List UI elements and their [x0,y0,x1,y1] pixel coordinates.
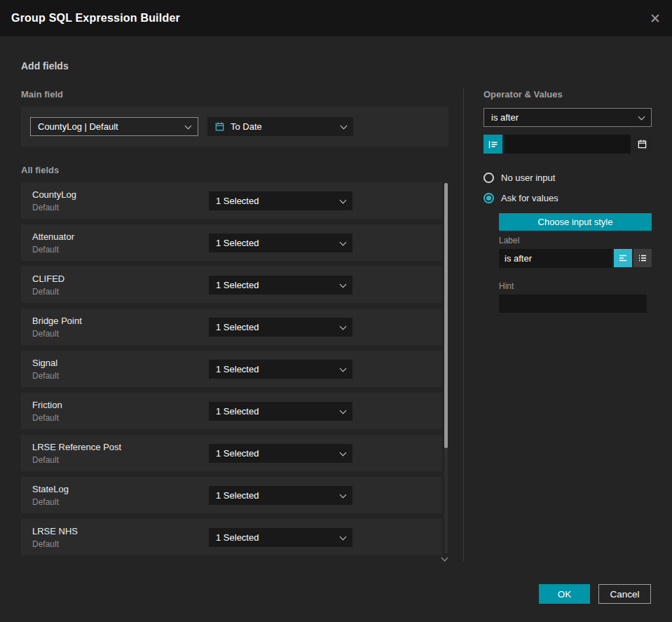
date-field-select[interactable]: To Date [207,117,353,136]
calendar-icon [637,139,647,149]
field-selection-dropdown[interactable]: 1 Selected [209,276,352,295]
chevron-down-icon [340,196,347,203]
chevron-down-icon [340,323,347,330]
cancel-button[interactable]: Cancel [598,584,651,604]
operator-select[interactable]: is after [484,108,652,127]
field-row: Signal Default 1 Selected [21,351,442,387]
field-selection-value: 1 Selected [216,322,259,332]
input-style-icon-button[interactable] [484,135,502,154]
main-field-select[interactable]: CountyLog | Default [30,117,198,136]
field-selection-dropdown[interactable]: 1 Selected [209,528,352,547]
field-name: LRSE NHS [32,526,78,536]
chevron-down-icon [340,280,347,288]
radio-selected-icon [484,193,494,203]
field-subtitle: Default [32,539,59,549]
main-field-select-value: CountyLog | Default [38,121,118,132]
chevron-down-icon [340,491,347,498]
chevron-down-icon [185,122,192,129]
field-selection-dropdown[interactable]: 1 Selected [209,234,352,252]
chevron-down-icon [340,449,347,456]
align-left-icon [618,253,628,263]
field-row: LRSE Reference Post Default 1 Selected [21,435,442,471]
chevron-down-icon [340,365,347,372]
field-selection-dropdown[interactable]: 1 Selected [209,486,352,505]
chevron-down-icon [638,113,645,120]
group-sql-expression-builder-dialog: Group SQL Expression Builder ✕ Add field… [0,0,672,622]
radio-unselected-icon [484,173,494,183]
input-style-icon [488,139,499,150]
field-selection-value: 1 Selected [216,490,259,501]
value-row [484,135,652,154]
field-name: LRSE Reference Post [32,442,121,452]
operator-values-label: Operator & Values [484,89,563,100]
chevron-down-icon [340,533,347,540]
field-selection-value: 1 Selected [216,448,259,459]
all-fields-label: All fields [21,165,59,175]
main-field-panel: CountyLog | Default To Date [21,107,448,147]
radio-label: No user input [501,173,555,183]
radio-ask-for-values[interactable]: Ask for values [484,193,558,203]
field-row: Bridge Point Default 1 Selected [21,309,442,345]
field-selection-value: 1 Selected [216,196,259,206]
dialog-title: Group SQL Expression Builder [11,12,180,25]
chevron-down-icon [341,122,348,129]
list-style-button[interactable] [633,249,652,267]
hint-input[interactable] [499,295,647,313]
field-selection-dropdown[interactable]: 1 Selected [209,318,352,337]
field-subtitle: Default [32,245,59,255]
field-row: LRSE NHS Default 1 Selected [21,519,442,555]
field-name: Attenuator [32,231,74,242]
dialog-header: Group SQL Expression Builder ✕ [0,0,672,36]
calendar-button[interactable] [633,135,652,154]
single-line-style-button[interactable] [614,249,632,267]
field-name: Friction [32,400,62,410]
field-row: CountyLog Default 1 Selected [21,182,442,219]
field-subtitle: Default [32,455,59,465]
field-row: Friction Default 1 Selected [21,393,442,429]
calendar-icon [214,121,225,132]
all-fields-list: CountyLog Default 1 Selected Attenuator … [21,182,442,555]
field-row: CLIFED Default 1 Selected [21,266,442,303]
field-selection-value: 1 Selected [216,532,259,543]
field-row: Attenuator Default 1 Selected [21,224,442,261]
radio-no-user-input[interactable]: No user input [484,173,555,183]
scroll-down-icon[interactable] [441,555,448,562]
date-field-select-value: To Date [231,121,262,132]
field-subtitle: Default [32,413,59,423]
field-subtitle: Default [32,371,59,381]
label-row [499,249,652,267]
operator-select-value: is after [491,112,519,123]
main-field-label: Main field [21,89,63,100]
chevron-down-icon [340,407,347,414]
field-selection-dropdown[interactable]: 1 Selected [209,191,352,210]
radio-label: Ask for values [501,193,558,203]
field-name: Signal [32,358,57,368]
field-name: CountyLog [32,189,76,200]
choose-input-style-button[interactable]: Choose input style [499,213,652,231]
scrollbar[interactable] [444,183,448,553]
label-input[interactable] [499,249,612,268]
field-subtitle: Default [32,287,59,297]
field-selection-value: 1 Selected [216,238,259,248]
close-icon[interactable]: ✕ [650,12,661,25]
ok-button[interactable]: OK [539,584,590,604]
field-selection-dropdown[interactable]: 1 Selected [209,402,352,421]
chevron-down-icon [340,238,347,245]
field-selection-dropdown[interactable]: 1 Selected [209,444,352,463]
field-subtitle: Default [32,497,59,507]
add-fields-heading: Add fields [21,60,69,72]
field-selection-value: 1 Selected [216,406,259,417]
field-selection-value: 1 Selected [216,280,259,290]
field-subtitle: Default [32,329,59,339]
list-icon [638,253,647,263]
hint-label: Hint [499,281,514,291]
value-input[interactable] [505,135,631,154]
field-selection-dropdown[interactable]: 1 Selected [209,360,352,379]
scrollbar-thumb[interactable] [444,183,448,448]
field-selection-value: 1 Selected [216,364,259,374]
field-name: CLIFED [32,273,64,284]
field-row: StateLog Default 1 Selected [21,477,442,513]
field-subtitle: Default [32,203,59,212]
vertical-divider [463,88,464,561]
field-name: StateLog [32,484,69,494]
